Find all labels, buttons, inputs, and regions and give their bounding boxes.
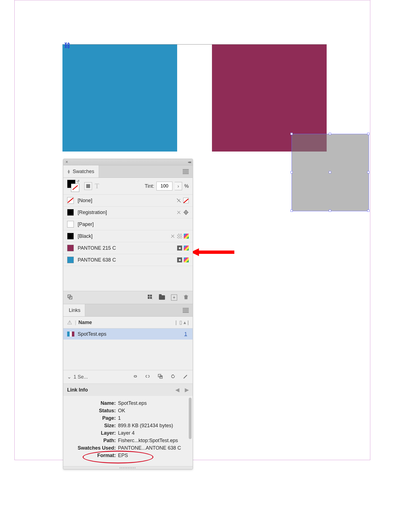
tab-label: Links xyxy=(69,307,80,313)
panel-menu-icon[interactable] xyxy=(183,308,189,313)
swatch-name: [Black] xyxy=(78,233,170,239)
noedit-icon xyxy=(170,233,175,239)
swatch-name: [Registration] xyxy=(78,210,176,215)
show-options-icon[interactable] xyxy=(147,294,153,301)
none-box-icon xyxy=(183,198,189,203)
go-to-link-icon[interactable] xyxy=(145,373,151,381)
add-to-swatch-icon[interactable] xyxy=(67,294,73,301)
tint-stepper[interactable]: › xyxy=(175,182,182,190)
li-value: Layer 4 xyxy=(118,430,189,436)
links-header-row[interactable]: ⚠ | Name | ▯ ▴ | xyxy=(63,317,193,328)
relink-icon[interactable] xyxy=(132,373,138,381)
scrollbar-thumb[interactable] xyxy=(189,398,192,439)
noedit-icon xyxy=(176,198,182,203)
link-page-number[interactable]: 1 xyxy=(184,331,187,337)
selection-handle[interactable] xyxy=(290,210,293,212)
selection-handle[interactable] xyxy=(367,210,369,212)
embed-icon[interactable] xyxy=(157,373,163,381)
new-group-icon[interactable] xyxy=(159,295,165,300)
swatch-chip xyxy=(67,257,74,263)
swatch-name: [Paper] xyxy=(78,221,189,227)
tab-links[interactable]: Links xyxy=(63,304,85,316)
li-label: Path: xyxy=(67,438,118,444)
collapse-icon[interactable]: ◂◂ xyxy=(188,160,190,165)
tab-swatches[interactable]: ▴▾ Swatches xyxy=(63,165,99,178)
selection-center-handle[interactable] xyxy=(329,171,331,173)
selection-handle[interactable] xyxy=(367,171,369,173)
panel-stack: × ◂◂ ▴▾ Swatches ↺ T Tint: › % xyxy=(63,159,193,470)
swatch-name: PANTONE 638 C xyxy=(78,257,177,263)
text-target-button[interactable]: T xyxy=(95,182,99,190)
link-info-header[interactable]: Link Info ◀▶ xyxy=(63,384,193,396)
new-swatch-button[interactable]: + xyxy=(171,294,177,301)
update-link-icon[interactable] xyxy=(170,373,176,381)
selection-handle[interactable] xyxy=(329,133,331,135)
process-color-icon xyxy=(184,246,189,251)
li-label: Layer: xyxy=(67,430,118,436)
placed-image-left xyxy=(62,44,177,152)
link-row[interactable]: SpotTest.eps 1 xyxy=(63,328,193,340)
swatch-row-black[interactable]: [Black] xyxy=(63,230,193,242)
svg-rect-4 xyxy=(148,294,150,296)
tint-unit: % xyxy=(184,183,189,189)
selection-handle[interactable] xyxy=(290,133,293,135)
annotation-circle xyxy=(83,451,153,463)
selection-handle[interactable] xyxy=(329,210,331,212)
links-toolbar: ⌄1 Se... xyxy=(63,370,193,384)
swatch-chip xyxy=(67,245,74,251)
swatch-chip xyxy=(67,209,74,216)
li-label: Status: xyxy=(67,408,118,414)
tint-label: Tint: xyxy=(145,183,154,189)
swatch-row-paper[interactable]: [Paper] xyxy=(63,218,193,230)
swatch-chip xyxy=(67,221,74,228)
selected-count[interactable]: ⌄1 Se... xyxy=(67,374,88,380)
next-link-icon[interactable]: ▶ xyxy=(185,387,189,393)
edit-original-icon[interactable] xyxy=(183,373,189,381)
warning-column-icon: ⚠ xyxy=(67,319,72,326)
li-label: Name: xyxy=(67,400,118,406)
svg-marker-0 xyxy=(191,248,234,256)
panel-resize-grip[interactable] xyxy=(63,466,193,469)
li-value: OK xyxy=(118,408,189,414)
fill-stroke-toggle[interactable]: ↺ xyxy=(67,180,80,192)
noedit-icon xyxy=(176,210,182,215)
li-value: 899.8 KB (921434 bytes) xyxy=(118,423,189,429)
swatches-tabbar: ▴▾ Swatches xyxy=(63,165,193,178)
li-value: 1 xyxy=(118,415,189,421)
tint-input[interactable] xyxy=(156,182,172,191)
link-thumbnail xyxy=(67,332,74,337)
delete-swatch-icon[interactable] xyxy=(183,294,189,301)
link-info-title: Link Info xyxy=(67,387,88,393)
links-header-name: Name xyxy=(78,320,92,325)
links-tabbar: Links xyxy=(63,304,193,317)
panel-menu-icon[interactable] xyxy=(183,169,189,174)
swatch-row-none[interactable]: [None] xyxy=(63,195,193,207)
li-value: SpotTest.eps xyxy=(118,400,189,406)
swatch-row-pantone-638c[interactable]: PANTONE 638 C xyxy=(63,254,193,266)
swatches-options-row: ↺ T Tint: › % xyxy=(63,178,193,195)
svg-rect-6 xyxy=(148,297,150,299)
li-value: Fisherc...ktop:SpotTest.eps xyxy=(118,438,189,444)
selection-handle[interactable] xyxy=(367,133,369,135)
li-label: Size: xyxy=(67,423,118,429)
swatch-name: [None] xyxy=(78,198,176,204)
stroke-proxy[interactable] xyxy=(71,184,79,192)
container-target-button[interactable] xyxy=(84,182,92,190)
prev-link-icon[interactable]: ◀ xyxy=(175,387,179,393)
swatch-row-registration[interactable]: [Registration] xyxy=(63,207,193,218)
svg-rect-7 xyxy=(150,297,152,299)
close-icon[interactable]: × xyxy=(65,160,68,164)
selection-handle[interactable] xyxy=(290,171,293,173)
swatch-chip xyxy=(67,233,74,239)
process-color-icon xyxy=(184,234,189,239)
li-label: Swatches Used: xyxy=(67,445,118,451)
link-badge-icon: ⛓ xyxy=(64,42,70,49)
panel-titlebar[interactable]: × ◂◂ xyxy=(63,159,193,165)
placed-image-top-border xyxy=(62,44,327,45)
swap-icon[interactable]: ↺ xyxy=(77,179,80,183)
link-info-body: Name:SpotTest.eps Status:OK Page:1 Size:… xyxy=(63,396,193,466)
swatch-name: PANTONE 215 C xyxy=(78,245,177,251)
swatches-list: [None] [Registration] [Paper] xyxy=(63,195,193,291)
swatch-row-pantone-215c[interactable]: PANTONE 215 C xyxy=(63,242,193,254)
svg-rect-5 xyxy=(150,294,152,296)
